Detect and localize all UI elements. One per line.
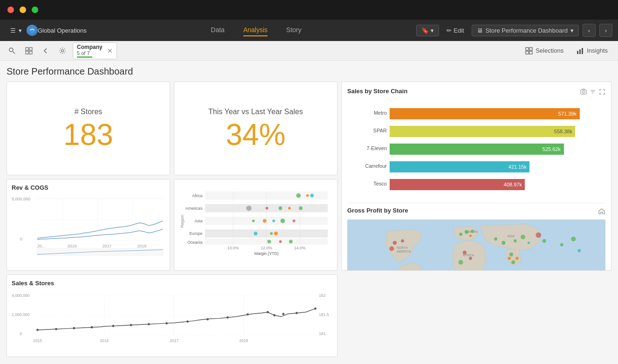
svg-point-140	[73, 327, 75, 330]
rev-cogs-card: Rev & COGS 5,000,000 0 20... 2016 2017 2…	[7, 179, 170, 271]
edit-button[interactable]: ✏ Edit	[443, 25, 467, 36]
svg-point-99	[393, 241, 397, 245]
svg-point-145	[165, 322, 168, 324]
svg-text:408.97k: 408.97k	[504, 182, 522, 187]
app-name: Global Operations	[38, 27, 87, 34]
svg-point-148	[227, 316, 229, 319]
svg-text:2016: 2016	[68, 244, 77, 248]
traffic-light-green[interactable]	[32, 7, 38, 13]
svg-text:182: 182	[319, 293, 326, 298]
nav-tabs: Data Analysis Story	[96, 24, 417, 36]
svg-point-125	[508, 257, 511, 260]
settings-button[interactable]	[56, 44, 69, 57]
svg-point-152	[282, 313, 285, 315]
dashboard-grid: # Stores 183 This Year vs Last Year Sale…	[7, 82, 611, 357]
svg-point-7	[62, 49, 64, 52]
nav-right: 🔖 ▾ ✏ Edit 🖥 Store Performance Dashboard…	[416, 24, 612, 37]
svg-text:7-Eleven: 7-Eleven	[367, 145, 387, 151]
company-selection-chip[interactable]: Company 5 of 7 ✕	[73, 42, 117, 59]
svg-text:181.5: 181.5	[319, 312, 329, 317]
page-title: Store Performance Dashboard	[7, 66, 611, 77]
svg-point-141	[91, 326, 93, 329]
svg-point-124	[511, 261, 515, 264]
svg-rect-65	[581, 90, 586, 94]
traffic-light-red[interactable]	[7, 7, 14, 13]
tab-analysis[interactable]: Analysis	[243, 24, 268, 36]
page-content: Store Performance Dashboard # Stores 183…	[0, 61, 618, 364]
svg-point-114	[509, 253, 513, 256]
kpi-stores-card: # Stores 183	[7, 82, 170, 175]
chip-value: 5 of 7	[77, 50, 103, 56]
svg-text:5,000,000: 5,000,000	[12, 197, 30, 201]
hamburger-icon: ☰	[10, 27, 16, 34]
chip-title: Company	[77, 44, 103, 50]
tab-story[interactable]: Story	[286, 24, 302, 36]
svg-point-47	[310, 194, 314, 198]
filter-icon-button[interactable]	[590, 89, 596, 96]
svg-rect-71	[390, 108, 580, 119]
tab-data[interactable]: Data	[211, 24, 225, 36]
kpi-sales-value: 34%	[226, 120, 285, 150]
svg-point-46	[306, 194, 309, 197]
svg-rect-10	[526, 51, 529, 54]
svg-point-111	[514, 240, 517, 243]
svg-point-138	[36, 329, 39, 331]
svg-text:Asia: Asia	[194, 219, 202, 223]
svg-rect-6	[29, 51, 32, 54]
monitor-icon: 🖥	[477, 27, 483, 34]
svg-point-146	[186, 320, 189, 323]
back-button[interactable]	[39, 44, 52, 57]
svg-rect-8	[526, 48, 529, 50]
margin-scatter-card: Africa Americas Asia Europe Oceania Regi…	[174, 179, 337, 271]
svg-point-0	[29, 27, 35, 34]
title-bar	[0, 0, 618, 20]
svg-point-110	[501, 241, 505, 245]
selections-button[interactable]: Selections	[521, 45, 568, 56]
svg-rect-9	[529, 48, 532, 50]
svg-point-144	[148, 323, 150, 325]
home-icon-button[interactable]	[598, 207, 605, 216]
svg-text:0: 0	[20, 331, 22, 336]
svg-text:525.62k: 525.62k	[542, 146, 561, 152]
kpi-stores-value: 183	[63, 120, 113, 150]
world-map-container: North Atlantic Ocean South Atlantic Ocea…	[347, 220, 605, 271]
sales-by-chain-card: Sales by Store Chain Metro	[341, 82, 611, 271]
svg-point-154	[314, 308, 316, 310]
chip-close-icon[interactable]: ✕	[107, 47, 113, 55]
svg-point-115	[515, 257, 519, 260]
svg-point-105	[471, 230, 474, 233]
svg-text:2016: 2016	[100, 338, 109, 343]
svg-text:4,000,000: 4,000,000	[12, 293, 29, 298]
svg-point-109	[494, 237, 497, 240]
selections-toggle-button[interactable]	[22, 44, 35, 57]
svg-text:Oceania: Oceania	[187, 240, 203, 245]
svg-point-104	[469, 235, 472, 237]
svg-text:181: 181	[319, 331, 326, 336]
svg-text:2018: 2018	[137, 244, 146, 248]
svg-text:2017: 2017	[102, 244, 111, 248]
dropdown-arrow: ▾	[19, 27, 22, 34]
smart-search-button[interactable]	[6, 44, 19, 57]
svg-point-107	[469, 257, 472, 260]
svg-point-45	[296, 193, 301, 198]
svg-rect-27	[37, 249, 163, 255]
card-actions	[580, 89, 605, 96]
traffic-light-yellow[interactable]	[20, 7, 26, 13]
svg-point-100	[401, 240, 404, 243]
sales-chain-title: Sales by Store Chain	[347, 88, 407, 95]
nav-bar: ☰ ▾ Global Operations Data Analysis Stor…	[0, 20, 618, 41]
svg-text:421.15k: 421.15k	[508, 164, 527, 170]
expand-icon-button[interactable]	[599, 89, 605, 96]
svg-point-66	[583, 91, 585, 93]
menu-button[interactable]: ☰ ▾	[6, 27, 27, 34]
nav-next-button[interactable]: ›	[599, 24, 612, 37]
svg-text:Africa: Africa	[192, 193, 202, 198]
camera-icon-button[interactable]	[580, 89, 587, 96]
svg-text:SPAR: SPAR	[373, 128, 387, 133]
svg-rect-14	[582, 48, 583, 54]
bookmark-button[interactable]: 🔖 ▾	[416, 25, 439, 36]
insights-button[interactable]: Insights	[572, 45, 612, 56]
svg-point-1	[9, 48, 13, 52]
nav-prev-button[interactable]: ‹	[583, 24, 596, 37]
svg-rect-12	[577, 51, 578, 54]
